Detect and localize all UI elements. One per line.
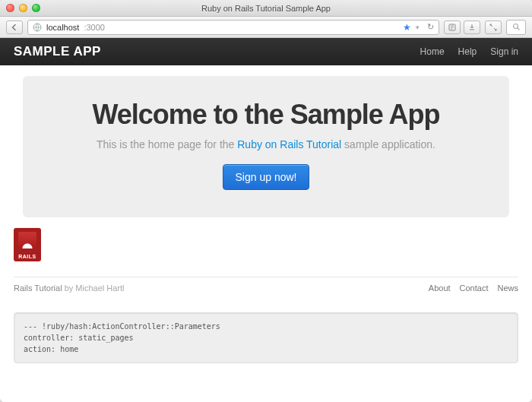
lead-link[interactable]: Ruby on Rails Tutorial: [237, 138, 341, 150]
dropdown-icon[interactable]: ▾: [416, 24, 420, 31]
debug-dump: --- !ruby/hash:ActionController::Paramet…: [14, 312, 518, 363]
signup-button[interactable]: Sign up now!: [223, 164, 310, 190]
footer-link-news[interactable]: News: [497, 283, 518, 293]
hero-heading: Welcome to the Sample App: [38, 99, 494, 131]
globe-icon: [33, 23, 42, 32]
window-titlebar: Ruby on Rails Tutorial Sample App: [0, 0, 532, 17]
hero-lead: This is the home page for the Ruby on Ra…: [38, 138, 494, 150]
window-title: Ruby on Rails Tutorial Sample App: [201, 4, 331, 13]
hero-unit: Welcome to the Sample App This is the ho…: [23, 76, 509, 217]
nav-link-home[interactable]: Home: [420, 46, 445, 57]
rails-logo[interactable]: RAILS: [14, 228, 41, 261]
lead-pre: This is the home page for the: [97, 138, 237, 150]
svg-point-2: [513, 24, 518, 29]
lead-post: sample application.: [341, 138, 435, 150]
footer-link-about[interactable]: About: [429, 283, 451, 293]
footer-divider: [14, 277, 518, 277]
address-bar[interactable]: localhost:3000 ★ ▾ ↻: [27, 20, 439, 35]
toolbar-right-group: [444, 21, 480, 34]
page-content: SAMPLE APP Home Help Sign in Welcome to …: [0, 38, 532, 402]
downloads-button[interactable]: [464, 21, 480, 34]
footer-site-link[interactable]: Rails Tutorial: [14, 283, 62, 293]
url-port: :3000: [84, 23, 105, 32]
nav-link-signin[interactable]: Sign in: [490, 46, 518, 57]
browser-window: Ruby on Rails Tutorial Sample App localh…: [0, 0, 532, 402]
footer-link-contact[interactable]: Contact: [460, 283, 489, 293]
reader-button[interactable]: [444, 21, 461, 34]
browser-toolbar: localhost:3000 ★ ▾ ↻: [0, 17, 532, 38]
zoom-window-button[interactable]: [32, 4, 40, 12]
app-navbar: SAMPLE APP Home Help Sign in: [0, 38, 532, 65]
footer: Rails Tutorial by Michael Hartl About Co…: [0, 283, 532, 302]
rails-logo-label: RAILS: [18, 254, 36, 259]
footer-byline: by Michael Hartl: [62, 283, 125, 293]
search-box[interactable]: [506, 20, 526, 35]
nav-link-help[interactable]: Help: [458, 46, 477, 57]
close-window-button[interactable]: [6, 4, 14, 12]
reload-icon[interactable]: ↻: [427, 22, 434, 32]
brand-logo[interactable]: SAMPLE APP: [14, 44, 101, 59]
footer-left: Rails Tutorial by Michael Hartl: [14, 283, 125, 293]
url-host: localhost: [46, 23, 79, 32]
traffic-lights: [6, 4, 40, 12]
nav-links: Home Help Sign in: [420, 46, 518, 57]
minimize-window-button[interactable]: [19, 4, 27, 12]
bookmark-star-icon[interactable]: ★: [403, 22, 411, 33]
fullscreen-button[interactable]: [485, 21, 502, 34]
back-button[interactable]: [6, 21, 23, 34]
footer-right: About Contact News: [429, 283, 518, 293]
